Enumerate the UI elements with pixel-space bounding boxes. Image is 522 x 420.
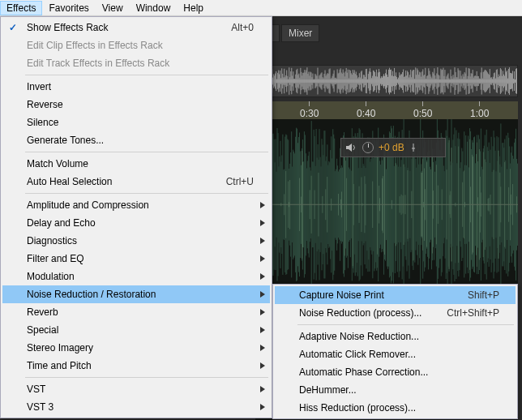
menubar-item-view[interactable]: View — [96, 1, 130, 15]
svg-rect-307 — [505, 68, 506, 95]
menu-item-stereo-imagery[interactable]: Stereo Imagery — [2, 339, 270, 357]
effects-menu: ✓Show Effects RackAlt+0Edit Clip Effects… — [0, 16, 272, 418]
submenu-item-automatic-click-remover[interactable]: Automatic Click Remover... — [275, 345, 516, 363]
svg-rect-223 — [436, 73, 437, 88]
svg-rect-132 — [362, 79, 363, 84]
svg-rect-167 — [391, 70, 392, 93]
svg-rect-101 — [337, 69, 338, 92]
svg-rect-224 — [437, 67, 438, 95]
svg-rect-238 — [448, 78, 449, 84]
menu-item-label: Stereo Imagery — [27, 342, 93, 354]
chevron-right-icon — [260, 306, 265, 318]
svg-rect-174 — [396, 77, 397, 85]
menu-item-show-effects-rack[interactable]: ✓Show Effects RackAlt+0 — [2, 19, 270, 36]
svg-rect-143 — [371, 78, 372, 84]
svg-rect-286 — [488, 74, 489, 88]
menubar-item-help[interactable]: Help — [177, 1, 210, 15]
svg-rect-126 — [357, 79, 358, 84]
svg-rect-144 — [372, 76, 373, 87]
svg-marker-767 — [260, 309, 265, 315]
submenu-item-adaptive-noise-reduction[interactable]: Adaptive Noise Reduction... — [275, 328, 516, 345]
menu-item-silence[interactable]: Silence — [2, 114, 270, 131]
chevron-right-icon — [260, 384, 265, 395]
gain-hud[interactable]: +0 dB — [340, 138, 446, 157]
svg-rect-62 — [305, 72, 306, 89]
svg-rect-55 — [299, 78, 300, 84]
menu-item-invert[interactable]: Invert — [2, 78, 270, 96]
svg-rect-124 — [356, 71, 357, 90]
svg-rect-91 — [329, 69, 330, 92]
svg-rect-77 — [317, 68, 318, 95]
svg-rect-195 — [413, 70, 414, 92]
svg-rect-129 — [360, 78, 361, 85]
menu-item-modulation[interactable]: Modulation — [2, 268, 270, 285]
menu-item-reverse[interactable]: Reverse — [2, 96, 270, 114]
menu-item-label: Filter and EQ — [27, 253, 84, 264]
svg-rect-210 — [426, 79, 426, 84]
svg-rect-163 — [387, 77, 388, 85]
svg-rect-246 — [456, 72, 456, 90]
time-ruler[interactable]: 0:30 0:40 0:50 1:00 — [255, 101, 518, 119]
svg-rect-22 — [272, 78, 273, 85]
svg-rect-312 — [509, 67, 510, 95]
menu-item-diagnostics[interactable]: Diagnostics — [2, 232, 270, 250]
chevron-right-icon — [260, 271, 265, 282]
svg-rect-636 — [447, 119, 448, 293]
svg-rect-104 — [340, 70, 340, 92]
svg-rect-115 — [349, 78, 349, 84]
svg-rect-267 — [473, 70, 473, 92]
menubar-item-window[interactable]: Window — [130, 1, 178, 15]
svg-rect-251 — [460, 79, 460, 84]
menu-item-amplitude-and-compression[interactable]: Amplitude and Compression — [2, 196, 270, 214]
menu-item-vst-3[interactable]: VST 3 — [2, 398, 270, 416]
menu-item-noise-reduction-restoration[interactable]: Noise Reduction / Restoration — [2, 285, 270, 303]
chevron-right-icon — [260, 289, 265, 300]
svg-rect-313 — [510, 73, 511, 89]
menu-item-auto-heal-selection[interactable]: Auto Heal SelectionCtrl+U — [2, 173, 270, 191]
svg-rect-279 — [482, 79, 483, 84]
svg-marker-763 — [260, 238, 265, 244]
svg-rect-315 — [511, 74, 512, 89]
menu-item-filter-and-eq[interactable]: Filter and EQ — [2, 250, 270, 268]
svg-rect-96 — [333, 74, 334, 88]
svg-rect-65 — [307, 74, 308, 88]
svg-rect-31 — [280, 71, 280, 92]
menubar-item-favorites[interactable]: Favorites — [42, 1, 95, 15]
svg-rect-64 — [306, 67, 307, 95]
svg-rect-40 — [287, 76, 288, 86]
menu-item-label: Match Volume — [27, 158, 88, 169]
tab-mixer[interactable]: Mixer — [281, 24, 319, 42]
menu-item-delay-and-echo[interactable]: Delay and Echo — [2, 214, 270, 232]
svg-marker-772 — [260, 404, 265, 410]
waveform-minimap[interactable] — [255, 65, 518, 97]
pin-icon[interactable] — [409, 144, 417, 152]
svg-rect-135 — [365, 77, 366, 85]
submenu-item-automatic-phase-correction[interactable]: Automatic Phase Correction... — [275, 363, 516, 381]
menu-shortcut: Alt+0 — [231, 22, 254, 33]
menu-item-time-and-pitch[interactable]: Time and Pitch — [2, 357, 270, 375]
menu-item-label: Amplitude and Compression — [27, 199, 149, 211]
menu-item-match-volume[interactable]: Match Volume — [2, 155, 270, 173]
submenu-item-dehummer[interactable]: DeHummer... — [275, 381, 516, 399]
menubar-item-effects[interactable]: Effects — [0, 1, 42, 15]
menu-item-label: Special — [27, 324, 58, 336]
svg-rect-54 — [298, 74, 299, 89]
submenu-item-hiss-reduction-process[interactable]: Hiss Reduction (process)... — [275, 399, 516, 417]
menu-item-label: Automatic Phase Correction... — [299, 366, 428, 378]
svg-rect-155 — [381, 76, 382, 86]
submenu-item-capture-noise-print[interactable]: Capture Noise PrintShift+P — [275, 286, 516, 304]
svg-rect-47 — [293, 71, 293, 91]
chevron-right-icon — [260, 360, 265, 371]
time-tick: 0:50 — [413, 101, 432, 119]
menu-item-special[interactable]: Special — [2, 321, 270, 339]
svg-rect-166 — [390, 70, 391, 92]
menu-item-generate-tones[interactable]: Generate Tones... — [2, 131, 270, 149]
svg-rect-232 — [443, 76, 444, 86]
menu-item-reverb[interactable]: Reverb — [2, 303, 270, 321]
svg-rect-241 — [451, 76, 451, 86]
svg-rect-147 — [374, 72, 375, 90]
gain-knob[interactable] — [362, 142, 374, 153]
submenu-item-noise-reduction-process[interactable]: Noise Reduction (process)...Ctrl+Shift+P — [275, 304, 516, 322]
svg-rect-274 — [478, 76, 479, 86]
menu-item-vst[interactable]: VST — [2, 380, 270, 398]
